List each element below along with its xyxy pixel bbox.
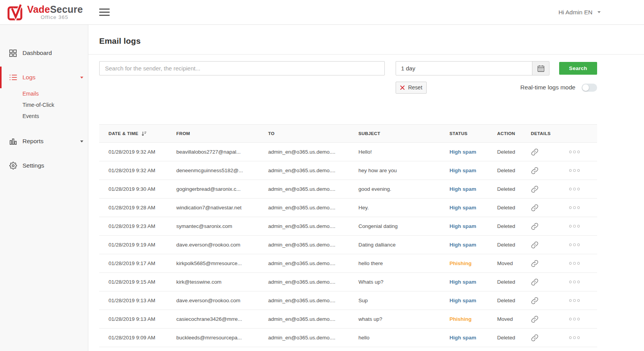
status-badge: High spam bbox=[449, 223, 497, 229]
column-header-subject: SUBJECT bbox=[358, 131, 449, 136]
email-details-link-icon[interactable] bbox=[531, 260, 539, 267]
row-menu-button[interactable] bbox=[566, 243, 597, 246]
cell-date: 01/28/2019 9:09 AM bbox=[108, 335, 176, 341]
email-details-link-icon[interactable] bbox=[531, 167, 539, 175]
cell-from: kirkpolk5685@mrresource... bbox=[176, 260, 268, 266]
cell-date: 01/28/2019 9:13 AM bbox=[108, 298, 176, 303]
row-menu-button[interactable] bbox=[566, 206, 597, 209]
row-menu-button[interactable] bbox=[566, 262, 597, 265]
cell-subject: Whats up? bbox=[358, 279, 449, 285]
sidebar: Dashboard Logs Emails Time-of-Click Even… bbox=[0, 25, 88, 351]
calendar-button[interactable] bbox=[532, 62, 549, 75]
reset-label: Reset bbox=[408, 84, 422, 91]
ellipsis-icon bbox=[569, 299, 572, 302]
cell-subject: Hey. bbox=[358, 205, 449, 211]
email-details-link-icon[interactable] bbox=[531, 315, 539, 323]
cell-to: admin_en@o365.us.demo.... bbox=[268, 298, 358, 303]
cell-from: beavillalobos2727@napal... bbox=[176, 149, 268, 155]
email-logs-table: DATE & TIME FROM TO SUBJECT STATUS ACTIO… bbox=[99, 124, 597, 351]
sidebar-item-settings[interactable]: Settings bbox=[0, 158, 88, 173]
email-details-link-icon[interactable] bbox=[531, 278, 539, 286]
cell-subject: hey how are you bbox=[358, 168, 449, 173]
brand-logo[interactable]: VadeSecure Office 365 bbox=[7, 3, 83, 21]
subitem-label: Emails bbox=[22, 91, 39, 97]
ellipsis-icon bbox=[569, 281, 572, 283]
cell-date: 01/28/2019 9:19 AM bbox=[108, 242, 176, 248]
table-row: 01/28/2019 9:09 AM buckleeds@mrresourcep… bbox=[99, 329, 597, 347]
search-button[interactable]: Search bbox=[559, 62, 597, 75]
email-details-link-icon[interactable] bbox=[531, 334, 539, 342]
cell-from: windication7@nativestar.net bbox=[176, 205, 268, 211]
date-range-value: 1 day bbox=[396, 62, 532, 75]
sidebar-subitem-time-of-click[interactable]: Time-of-Click bbox=[0, 99, 88, 110]
row-menu-button[interactable] bbox=[566, 281, 597, 283]
user-menu[interactable]: Hi Admin EN bbox=[558, 9, 601, 16]
realtime-mode-toggle[interactable] bbox=[582, 84, 597, 92]
ellipsis-icon bbox=[569, 169, 572, 172]
sidebar-item-label: Logs bbox=[22, 74, 36, 81]
page-title: Email logs bbox=[88, 25, 644, 46]
table-row: 01/28/2019 9:32 AM deneenmcguinness5182@… bbox=[99, 161, 597, 180]
email-details-link-icon[interactable] bbox=[531, 148, 539, 156]
brand-subtitle: Office 365 bbox=[41, 15, 83, 20]
cell-date: 01/28/2019 9:13 AM bbox=[108, 316, 176, 322]
email-details-link-icon[interactable] bbox=[531, 204, 539, 212]
cell-subject: whats up? bbox=[358, 316, 449, 322]
cell-action: Deleted bbox=[497, 242, 531, 248]
email-details-link-icon[interactable] bbox=[531, 297, 539, 305]
row-menu-button[interactable] bbox=[566, 151, 597, 153]
sidebar-item-reports[interactable]: Reports bbox=[0, 134, 88, 149]
reset-button[interactable]: Reset bbox=[396, 82, 427, 94]
status-badge: High spam bbox=[449, 298, 497, 303]
menu-toggle-icon[interactable] bbox=[98, 5, 111, 20]
sidebar-item-label: Reports bbox=[22, 138, 43, 145]
sidebar-item-logs[interactable]: Logs bbox=[0, 70, 88, 85]
date-range-select[interactable]: 1 day bbox=[396, 61, 549, 75]
bar-chart-icon bbox=[9, 137, 17, 145]
ellipsis-icon bbox=[569, 243, 572, 246]
cell-action: Deleted bbox=[497, 335, 531, 341]
cell-subject: Congenial dating bbox=[358, 223, 449, 229]
caret-down-icon bbox=[80, 77, 83, 79]
cell-subject: Dating dalliance bbox=[358, 242, 449, 248]
row-menu-button[interactable] bbox=[566, 318, 597, 320]
table-row-partial bbox=[99, 347, 597, 351]
row-menu-button[interactable] bbox=[566, 336, 597, 339]
cell-to: admin_en@o365.us.demo.... bbox=[268, 316, 358, 322]
row-menu-button[interactable] bbox=[566, 188, 597, 190]
ellipsis-icon bbox=[569, 151, 572, 153]
sidebar-item-dashboard[interactable]: Dashboard bbox=[0, 45, 88, 61]
table-row: 01/28/2019 9:19 AM dave.everson@rookoo.c… bbox=[99, 236, 597, 254]
cell-subject: Sup bbox=[358, 298, 449, 303]
status-badge: High spam bbox=[449, 149, 497, 155]
cell-action: Deleted bbox=[497, 298, 531, 303]
realtime-mode-control: Real-time logs mode bbox=[520, 84, 597, 92]
brand-name-secure: Secure bbox=[50, 4, 83, 15]
row-menu-button[interactable] bbox=[566, 169, 597, 172]
sidebar-subitem-emails[interactable]: Emails bbox=[0, 88, 88, 99]
row-menu-button[interactable] bbox=[566, 225, 597, 228]
status-badge: High spam bbox=[449, 279, 497, 285]
filters-section: 1 day Search bbox=[99, 61, 597, 94]
cell-action: Moved bbox=[497, 260, 531, 266]
email-details-link-icon[interactable] bbox=[531, 223, 539, 230]
sidebar-subitem-events[interactable]: Events bbox=[0, 110, 88, 122]
table-row: 01/28/2019 9:13 AM dave.everson@rookoo.c… bbox=[99, 291, 597, 310]
cell-to: admin_en@o365.us.demo.... bbox=[268, 168, 358, 173]
search-input[interactable] bbox=[99, 61, 385, 75]
row-menu-button[interactable] bbox=[566, 299, 597, 302]
cell-action: Deleted bbox=[497, 223, 531, 229]
cell-subject: hello there bbox=[358, 260, 449, 266]
column-header-date[interactable]: DATE & TIME bbox=[108, 131, 176, 137]
cell-subject: good evening. bbox=[358, 186, 449, 192]
cell-action: Deleted bbox=[497, 205, 531, 211]
cell-subject: Hello! bbox=[358, 149, 449, 155]
cell-date: 01/28/2019 9:23 AM bbox=[108, 223, 176, 229]
cell-action: Deleted bbox=[497, 279, 531, 285]
email-details-link-icon[interactable] bbox=[531, 185, 539, 193]
column-header-from: FROM bbox=[176, 131, 268, 136]
table-row: 01/28/2019 9:13 AM casiecochrane3426@mrr… bbox=[99, 310, 597, 329]
email-details-link-icon[interactable] bbox=[531, 241, 539, 249]
table-row: 01/28/2019 9:32 AM beavillalobos2727@nap… bbox=[99, 143, 597, 161]
cell-to: admin_en@o365.us.demo.... bbox=[268, 335, 358, 341]
